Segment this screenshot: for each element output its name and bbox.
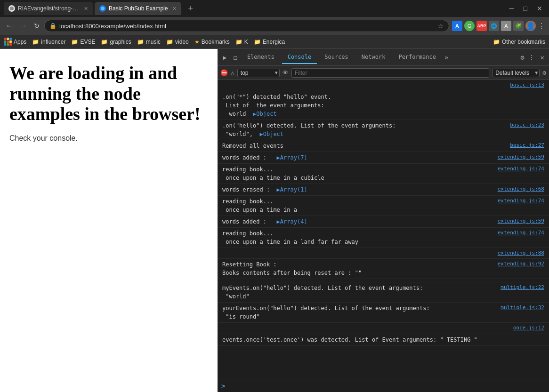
console-eye-icon[interactable]: 👁 bbox=[283, 69, 289, 76]
star-icon: ★ bbox=[194, 39, 200, 45]
console-gear-icon[interactable]: ⚙ bbox=[542, 69, 546, 76]
bookmark-graphics[interactable]: 📁 graphics bbox=[101, 39, 131, 45]
restore-button[interactable]: □ bbox=[521, 4, 530, 13]
console-source[interactable]: extending.js:59 bbox=[498, 153, 544, 161]
address-bar[interactable]: 🔒 localhost:8000/example/web/index.html … bbox=[44, 20, 449, 32]
ext-globe-icon[interactable]: 🌐 bbox=[489, 21, 499, 31]
context-select[interactable]: top bbox=[237, 69, 280, 77]
levels-select[interactable]: Default levels bbox=[492, 69, 540, 77]
bookmark-video[interactable]: 📁 video bbox=[166, 39, 189, 45]
bookmark-other-label: Other bookmarks bbox=[502, 39, 545, 45]
console-entry bbox=[218, 279, 549, 282]
new-tab-button[interactable]: + bbox=[185, 4, 196, 14]
console-source[interactable]: extending.js:68 bbox=[498, 185, 544, 193]
apps-grid-icon bbox=[4, 38, 12, 46]
forward-button[interactable]: → bbox=[18, 21, 29, 31]
bookmark-music-label: music bbox=[146, 39, 161, 45]
bookmark-apps[interactable]: Apps bbox=[4, 38, 26, 46]
console-source[interactable]: multiple.js:32 bbox=[501, 304, 544, 312]
console-source[interactable]: extending.js:92 bbox=[498, 260, 544, 268]
console-entry: words added : Array(7) extending.js:59 bbox=[218, 152, 549, 164]
ext-a2-icon[interactable]: A bbox=[501, 21, 511, 31]
console-clear-icon[interactable]: ⛔ bbox=[220, 69, 228, 76]
bookmark-influencer[interactable]: 📁 influencer bbox=[32, 39, 65, 45]
page-content: We are loading in and running the node e… bbox=[0, 49, 218, 392]
console-input-field[interactable] bbox=[228, 382, 545, 389]
console-source[interactable]: extending.js:74 bbox=[498, 197, 544, 205]
tab-console[interactable]: Console bbox=[282, 51, 317, 64]
folder-icon: 📁 bbox=[71, 39, 78, 45]
bookmark-bookmarks[interactable]: ★ Bookmarks bbox=[194, 39, 230, 45]
browser-menu-icon[interactable]: ⋮ bbox=[538, 22, 545, 31]
tab-title-pubsub: Basic PubSub Example bbox=[109, 5, 168, 12]
devtools-menu-icon[interactable]: ⋮ bbox=[526, 54, 537, 61]
folder-icon: 📁 bbox=[493, 39, 500, 45]
tab-sources[interactable]: Sources bbox=[319, 51, 354, 64]
console-text: myEvents.on("hello") detected. List of t… bbox=[222, 284, 496, 301]
tab-performance[interactable]: Performance bbox=[393, 51, 441, 64]
reload-button[interactable]: ↻ bbox=[32, 21, 41, 31]
tab-network[interactable]: Network bbox=[356, 51, 391, 64]
lock-icon: 🔒 bbox=[49, 23, 57, 29]
console-entry: extending.js:88 bbox=[218, 248, 549, 259]
close-button[interactable]: ✕ bbox=[534, 4, 545, 13]
console-source[interactable]: extending.js:59 bbox=[498, 217, 544, 225]
tab-title-ria: RIAEvangelist/strong-type: Allow... bbox=[18, 5, 79, 12]
svg-point-1 bbox=[101, 7, 105, 10]
bookmark-other[interactable]: 📁 Other bookmarks bbox=[493, 39, 545, 45]
bookmark-star-icon[interactable]: ☆ bbox=[438, 22, 444, 30]
levels-select-wrap: Default levels ▼ bbox=[492, 69, 540, 77]
ext-g-icon[interactable]: G bbox=[464, 21, 475, 31]
bookmark-k[interactable]: 📁 K bbox=[235, 39, 248, 45]
tab-close-ria[interactable]: ✕ bbox=[84, 6, 88, 12]
console-source[interactable]: once.js:12 bbox=[513, 324, 544, 332]
console-source[interactable]: basic.js:13 bbox=[510, 81, 544, 89]
console-prompt-icon: > bbox=[221, 382, 225, 390]
expandable-array[interactable]: Array(1) bbox=[277, 186, 307, 193]
console-text: Resetting Book : Books contents after be… bbox=[222, 260, 493, 277]
console-source[interactable]: basic.js:27 bbox=[510, 142, 544, 150]
devtools-settings-icon[interactable]: ⚙ bbox=[520, 54, 524, 61]
folder-icon: 📁 bbox=[254, 39, 261, 45]
console-source[interactable]: extending.js:74 bbox=[498, 229, 544, 237]
console-source[interactable]: extending.js:88 bbox=[498, 249, 544, 257]
console-source[interactable]: extending.js:74 bbox=[498, 165, 544, 173]
tab-pubsub[interactable]: Basic PubSub Example ✕ bbox=[95, 2, 181, 15]
context-select-wrap: top ▼ bbox=[237, 69, 280, 77]
ext-adblock-icon[interactable]: ABP bbox=[476, 21, 487, 31]
devtools-more-tabs[interactable]: » bbox=[444, 54, 448, 61]
tab-close-pubsub[interactable]: ✕ bbox=[172, 6, 177, 12]
expandable-array[interactable]: Array(4) bbox=[277, 218, 307, 225]
tab-favicon-pubsub bbox=[99, 5, 106, 12]
console-text: Removed all events bbox=[222, 142, 505, 150]
avatar-icon[interactable]: 👤 bbox=[525, 21, 536, 31]
ext-a-icon[interactable]: A bbox=[452, 21, 462, 31]
tab-ria[interactable]: RIAEvangelist/strong-type: Allow... ✕ bbox=[4, 2, 93, 15]
console-entry: myEvents.on("hello") detected. List of t… bbox=[218, 282, 549, 303]
bookmark-evse[interactable]: 📁 EVSE bbox=[71, 39, 95, 45]
console-source[interactable]: basic.js:23 bbox=[510, 121, 544, 129]
devtools-close-icon[interactable]: ✕ bbox=[539, 54, 546, 61]
back-button[interactable]: ← bbox=[4, 21, 15, 31]
expandable-object[interactable]: Object bbox=[259, 131, 283, 137]
bookmark-music[interactable]: 📁 music bbox=[137, 39, 161, 45]
tab-elements[interactable]: Elements bbox=[242, 51, 280, 64]
expandable-object[interactable]: Object bbox=[253, 111, 277, 117]
page-subtext: Check your console. bbox=[9, 134, 208, 143]
devtools-device-icon[interactable]: ◻ bbox=[231, 52, 239, 63]
ext-puzzle-icon[interactable]: 🧩 bbox=[513, 21, 524, 31]
console-filter-icon[interactable]: △ bbox=[231, 69, 234, 76]
console-entry: .on("hello") detected. List of the event… bbox=[218, 120, 549, 140]
console-source[interactable]: multiple.js:22 bbox=[501, 284, 544, 292]
expandable-array[interactable]: Array(7) bbox=[277, 154, 307, 161]
console-entry: words added : Array(4) extending.js:59 bbox=[218, 216, 549, 228]
console-text: reading book... once upon a time in a bbox=[222, 197, 493, 214]
devtools-inspect-icon[interactable]: ▶ bbox=[220, 52, 229, 63]
bookmark-energica[interactable]: 📁 Energica bbox=[254, 39, 285, 45]
console-text: yourEvents.on("hello") detected. List of… bbox=[222, 304, 496, 321]
minimize-button[interactable]: ─ bbox=[507, 4, 517, 13]
main-area: We are loading in and running the node e… bbox=[0, 49, 549, 392]
console-output[interactable]: basic.js:13 .on("*") detected "hello" ev… bbox=[218, 80, 549, 379]
console-filter-input[interactable] bbox=[291, 68, 489, 78]
bookmark-energica-label: Energica bbox=[263, 39, 285, 45]
